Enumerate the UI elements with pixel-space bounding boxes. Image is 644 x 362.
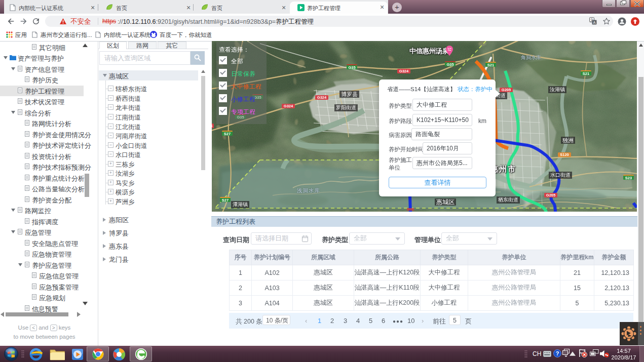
svg-text:?: ? (556, 350, 559, 356)
svg-text:A: A (593, 20, 595, 25)
